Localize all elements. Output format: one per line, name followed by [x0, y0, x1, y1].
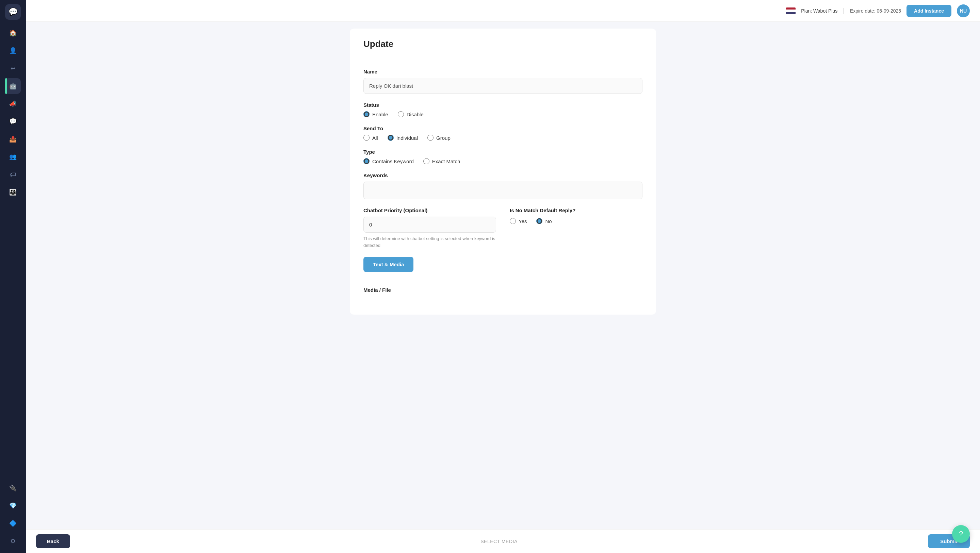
send-to-radio-group: All Individual Group	[363, 135, 643, 141]
sidebar-item-export[interactable]: 📤	[5, 131, 21, 147]
bottom-bar: Back SELECT MEDIA Submit	[26, 529, 980, 553]
type-group: Type Contains Keyword Exact Match	[363, 149, 643, 164]
main-content: Plan: Wabot Plus | Expire date: 06-09-20…	[26, 0, 980, 553]
sidebar-logo[interactable]: 💬	[5, 4, 21, 20]
media-file-group: Media / File	[363, 287, 643, 293]
text-media-section: Text & Media	[363, 257, 643, 279]
status-group: Status Enable Disable	[363, 102, 643, 118]
no-match-no-radio[interactable]	[536, 218, 542, 224]
team-icon: 👨‍👩‍👧	[9, 188, 17, 196]
header-divider: |	[843, 7, 845, 14]
cluster-icon: 🔷	[9, 520, 17, 527]
two-col-section: Chatbot Priority (Optional) This will de…	[363, 207, 643, 249]
tag-icon: 🏷	[10, 171, 16, 178]
sidebar-item-reply[interactable]: ↩	[5, 60, 21, 76]
status-disable-option[interactable]: Disable	[398, 111, 424, 118]
logo-icon: 💬	[8, 8, 18, 16]
status-enable-label: Enable	[372, 111, 388, 118]
text-media-button[interactable]: Text & Media	[363, 257, 414, 272]
priority-help: This will determine with chatbot setting…	[363, 235, 496, 249]
sidebar-item-plugin[interactable]: 🔌	[5, 480, 21, 496]
type-contains-label: Contains Keyword	[372, 159, 414, 164]
page-title: Update	[363, 39, 643, 49]
sidebar-item-team[interactable]: 👨‍👩‍👧	[5, 184, 21, 200]
avatar: NU	[957, 5, 970, 17]
no-match-yes-radio[interactable]	[510, 218, 516, 224]
add-instance-button[interactable]: Add Instance	[907, 5, 951, 17]
status-disable-radio[interactable]	[398, 111, 404, 118]
sidebar-bottom: 🔌 💎 🔷 ⚙	[5, 480, 21, 549]
status-enable-option[interactable]: Enable	[363, 111, 388, 118]
type-exact-option[interactable]: Exact Match	[423, 158, 460, 164]
sidebar-item-settings[interactable]: ⚙	[5, 533, 21, 549]
keywords-input[interactable]	[363, 182, 643, 199]
name-group: Name	[363, 69, 643, 94]
active-indicator	[5, 78, 7, 94]
status-enable-radio[interactable]	[363, 111, 369, 118]
bot-icon: 🤖	[9, 82, 17, 90]
type-exact-radio[interactable]	[423, 158, 430, 164]
send-to-group-option[interactable]: Group	[427, 135, 450, 141]
type-label: Type	[363, 149, 643, 155]
settings-icon: ⚙	[10, 537, 16, 545]
contacts-icon: 👥	[9, 153, 17, 160]
divider	[363, 59, 643, 59]
form-card: Update Name Status Enable Disable	[350, 29, 656, 315]
sidebar-item-cluster[interactable]: 🔷	[5, 516, 21, 531]
help-button[interactable]: ?	[952, 525, 970, 543]
sidebar-item-chat[interactable]: 💬	[5, 114, 21, 129]
send-to-group-radio[interactable]	[427, 135, 434, 141]
no-match-radio-group: Yes No	[510, 218, 643, 224]
sidebar-item-tag[interactable]: 🏷	[5, 167, 21, 182]
user-icon: 👤	[9, 47, 17, 54]
send-to-group: Send To All Individual Group	[363, 126, 643, 141]
sidebar-item-bot[interactable]: 🤖	[5, 78, 21, 94]
sidebar-item-user[interactable]: 👤	[5, 43, 21, 59]
name-input[interactable]	[363, 78, 643, 94]
keywords-label: Keywords	[363, 172, 643, 178]
send-to-group-label: Group	[436, 135, 450, 141]
send-to-individual-option[interactable]: Individual	[388, 135, 418, 141]
no-match-label: Is No Match Default Reply?	[510, 207, 643, 213]
status-radio-group: Enable Disable	[363, 111, 643, 118]
name-label: Name	[363, 69, 643, 75]
plugin-icon: 🔌	[9, 484, 17, 492]
no-match-no-option[interactable]: No	[536, 218, 552, 224]
sidebar-item-contacts[interactable]: 👥	[5, 149, 21, 165]
sidebar: 💬 🏠 👤 ↩ 🤖 📣 💬 📤 👥 🏷 👨‍👩‍👧 🔌 💎	[0, 0, 26, 553]
no-match-section: Is No Match Default Reply? Yes No	[510, 207, 643, 249]
sidebar-item-home[interactable]: 🏠	[5, 25, 21, 41]
type-radio-group: Contains Keyword Exact Match	[363, 158, 643, 164]
priority-section: Chatbot Priority (Optional) This will de…	[363, 207, 496, 249]
status-disable-label: Disable	[407, 111, 424, 118]
home-icon: 🏠	[9, 29, 17, 37]
megaphone-icon: 📣	[9, 100, 17, 108]
media-file-label: Media / File	[363, 287, 643, 293]
send-to-all-option[interactable]: All	[363, 135, 378, 141]
back-button[interactable]: Back	[36, 534, 70, 548]
help-icon: ?	[959, 529, 963, 539]
type-contains-radio[interactable]	[363, 158, 369, 164]
select-media-label: SELECT MEDIA	[480, 539, 517, 544]
priority-label: Chatbot Priority (Optional)	[363, 207, 496, 213]
send-to-all-label: All	[372, 135, 378, 141]
type-exact-label: Exact Match	[432, 159, 460, 164]
type-contains-option[interactable]: Contains Keyword	[363, 158, 414, 164]
no-match-yes-label: Yes	[519, 218, 527, 224]
header: Plan: Wabot Plus | Expire date: 06-09-20…	[26, 0, 980, 22]
status-label: Status	[363, 102, 643, 108]
plan-label: Plan: Wabot Plus	[801, 8, 837, 14]
sidebar-item-diamond[interactable]: 💎	[5, 498, 21, 513]
content-area: Update Name Status Enable Disable	[26, 22, 980, 529]
send-to-all-radio[interactable]	[363, 135, 369, 141]
expire-label: Expire date: 06-09-2025	[850, 8, 901, 14]
send-to-label: Send To	[363, 126, 643, 131]
send-to-individual-label: Individual	[396, 135, 418, 141]
no-match-yes-option[interactable]: Yes	[510, 218, 527, 224]
send-to-individual-radio[interactable]	[388, 135, 394, 141]
priority-input[interactable]	[363, 217, 496, 233]
keywords-group: Keywords	[363, 172, 643, 199]
sidebar-item-megaphone[interactable]: 📣	[5, 96, 21, 111]
chat-icon: 💬	[9, 118, 17, 125]
diamond-icon: 💎	[9, 502, 17, 510]
